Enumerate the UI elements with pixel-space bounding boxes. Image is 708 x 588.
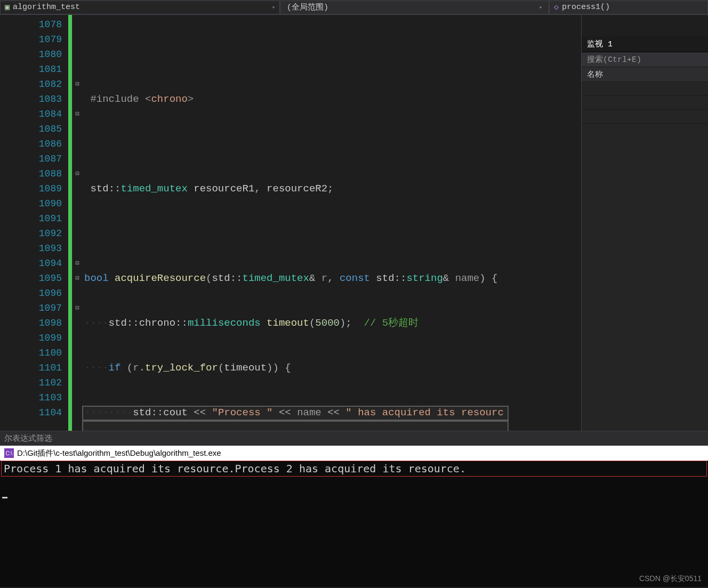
- fold-toggle-icon[interactable]: ⊟: [73, 256, 82, 271]
- code-line: ····std::chrono::milliseconds timeout(50…: [82, 316, 581, 331]
- line-number: 1092: [0, 226, 68, 241]
- console-panel: C:\ D:\Git插件\c-test\algorithm_test\Debug…: [0, 446, 708, 587]
- breadcrumb-toolbar: ▣ algorithm_test ▾ (全局范围) ▾ ◇ process1(): [0, 0, 708, 15]
- console-cursor: [2, 497, 7, 498]
- fold-toggle-icon[interactable]: ⊟: [73, 77, 82, 92]
- function-label: process1(): [562, 3, 610, 12]
- modified-indicator: [68, 15, 73, 431]
- line-number: 1104: [0, 405, 68, 420]
- fold-column[interactable]: ⊟ ⊟ ⊟ ⊟ ⊟ ⊟: [73, 15, 82, 431]
- file-scope-dropdown[interactable]: ▣ algorithm_test ▾: [0, 1, 280, 14]
- chevron-down-icon: ▾: [539, 4, 542, 11]
- fold-toggle-icon[interactable]: ⊟: [73, 107, 82, 122]
- line-number: 1099: [0, 331, 68, 345]
- fold-toggle-icon[interactable]: ⊟: [73, 301, 82, 316]
- watch-column-header[interactable]: 名称: [582, 67, 708, 82]
- line-number: 1083: [0, 92, 68, 107]
- watch-rows[interactable]: [582, 82, 708, 431]
- line-number: 1089: [0, 181, 68, 196]
- method-icon: ◇: [554, 2, 559, 12]
- line-number: 1082: [0, 77, 68, 92]
- line-number: 1097: [0, 301, 68, 316]
- watch-panel-title: 监视 1: [582, 36, 708, 52]
- console-output: Process 1 has acquired its resource.Proc…: [1, 461, 707, 477]
- line-number: 1100: [0, 345, 68, 360]
- console-path: D:\Git插件\c-test\algorithm_test\Debug\alg…: [17, 448, 221, 458]
- watch-row[interactable]: [582, 110, 708, 124]
- line-number-gutter: 1078 1079 1080 1081 1082 1083 1084 1085 …: [0, 15, 68, 431]
- line-number: 1081: [0, 62, 68, 77]
- line-number: 1087: [0, 151, 68, 166]
- line-number: 1078: [0, 17, 68, 32]
- console-title-bar: C:\ D:\Git插件\c-test\algorithm_test\Debug…: [0, 446, 708, 461]
- function-dropdown[interactable]: ◇ process1(): [549, 1, 708, 14]
- code-line: bool acquireResource(std::timed_mutex& r…: [82, 271, 581, 286]
- editor-area: 1078 1079 1080 1081 1082 1083 1084 1085 …: [0, 15, 708, 431]
- console-app-icon: C:\: [4, 448, 14, 458]
- current-line-highlight: [82, 421, 509, 431]
- code-line: #include <chrono>: [82, 92, 581, 107]
- scope-label: (全局范围): [287, 2, 328, 12]
- watch-panel: 监视 1 搜索(Ctrl+E) 名称: [581, 15, 708, 431]
- file-name-label: algorithm_test: [13, 3, 80, 12]
- line-number: 1093: [0, 241, 68, 256]
- code-line: std::timed_mutex resourceR1, resourceR2;: [82, 181, 581, 196]
- filter-bar[interactable]: 尔表达式筛选: [0, 431, 708, 446]
- filter-label: 尔表达式筛选: [4, 433, 52, 444]
- fold-toggle-icon[interactable]: ⊟: [73, 271, 82, 286]
- watch-row[interactable]: [582, 82, 708, 96]
- watch-search-input[interactable]: 搜索(Ctrl+E): [582, 52, 708, 67]
- chevron-down-icon: ▾: [272, 4, 275, 11]
- code-line: [82, 226, 581, 241]
- file-icon: ▣: [5, 2, 10, 12]
- scope-dropdown[interactable]: (全局范围) ▾: [280, 1, 549, 14]
- code-line: [82, 136, 581, 151]
- line-number: 1095: [0, 271, 68, 286]
- line-number: 1094: [0, 256, 68, 271]
- line-number: 1086: [0, 136, 68, 151]
- line-number: 1079: [0, 32, 68, 47]
- fold-toggle-icon[interactable]: ⊟: [73, 166, 82, 181]
- code-editor[interactable]: #include <chrono> std::timed_mutex resou…: [82, 15, 581, 431]
- line-number: 1101: [0, 360, 68, 375]
- line-number: 1085: [0, 122, 68, 136]
- watch-row[interactable]: [582, 96, 708, 110]
- line-number: 1084: [0, 107, 68, 122]
- line-number: 1091: [0, 211, 68, 226]
- line-number: 1080: [0, 47, 68, 62]
- watermark: CSDN @长安0511: [639, 574, 702, 584]
- line-number: 1088: [0, 166, 68, 181]
- code-line: ····if (r.try_lock_for(timeout)) {: [82, 360, 581, 375]
- line-number: 1090: [0, 196, 68, 211]
- line-number: 1096: [0, 286, 68, 301]
- line-number: 1103: [0, 390, 68, 405]
- line-number: 1098: [0, 316, 68, 331]
- code-line: ········std::cout << "Process " << name …: [82, 405, 581, 420]
- line-number: 1102: [0, 375, 68, 390]
